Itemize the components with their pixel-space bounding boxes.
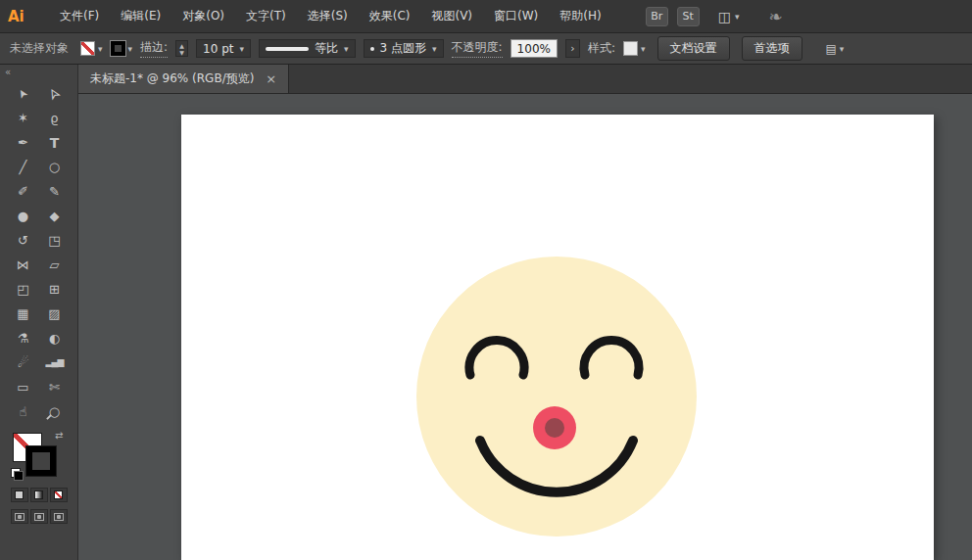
selection-tool[interactable]: ➤	[10, 81, 37, 106]
slice-tool[interactable]: ✄	[41, 375, 69, 399]
type-tool[interactable]: T	[41, 130, 69, 155]
pen-tool[interactable]: ✒	[10, 130, 37, 155]
opacity-label[interactable]: 不透明度:	[452, 39, 503, 58]
shape-builder-tool[interactable]: ◰	[10, 277, 37, 302]
color-mode-row	[11, 488, 68, 502]
shape-builder-icon: ◰	[17, 283, 28, 296]
mesh-tool[interactable]: ▦	[10, 302, 37, 326]
lasso-tool[interactable]: ϱ	[41, 106, 69, 130]
smiley-drawing	[181, 115, 934, 560]
stroke-color-picker[interactable]: ▾	[111, 41, 133, 56]
opacity-panel-arrow[interactable]: ›	[565, 39, 580, 58]
color-button[interactable]	[11, 488, 28, 502]
artboard-tool[interactable]: ▭	[10, 375, 37, 399]
hand-tool[interactable]: ☝	[10, 399, 37, 424]
blob-brush-tool[interactable]: ●	[10, 204, 37, 228]
tools-panel-header: «	[0, 65, 77, 79]
chevron-down-icon: ▾	[432, 44, 437, 54]
swap-fill-stroke-icon[interactable]: ⇄	[55, 430, 63, 441]
eyedropper-tool[interactable]: ⚗	[10, 326, 37, 350]
blob-brush-icon: ●	[18, 210, 28, 222]
perspective-grid-tool[interactable]: ⊞	[41, 277, 69, 302]
menu-type[interactable]: 文字(T)	[235, 0, 297, 32]
rotate-tool[interactable]: ↺	[10, 228, 37, 253]
menu-effect[interactable]: 效果(C)	[359, 0, 421, 32]
panel-icon: ▤	[826, 42, 837, 56]
draw-behind-button[interactable]	[30, 509, 48, 524]
magic-wand-tool[interactable]: ✶	[10, 106, 37, 130]
menu-file[interactable]: 文件(F)	[49, 0, 110, 32]
brush-definition-dropdown[interactable]: 3 点圆形 ▾	[364, 39, 444, 58]
mesh-icon: ▦	[17, 307, 28, 320]
menu-select[interactable]: 选择(S)	[297, 0, 359, 32]
draw-inside-icon	[54, 513, 64, 521]
column-graph-tool[interactable]: ▂▄▆	[41, 350, 69, 375]
draw-normal-button[interactable]	[11, 509, 28, 524]
stroke-profile-dropdown[interactable]: 等比 ▾	[259, 39, 356, 58]
free-transform-tool[interactable]: ▱	[41, 253, 69, 277]
stock-button[interactable]: St	[677, 7, 700, 26]
direct-selection-tool[interactable]: ➤	[41, 81, 69, 106]
canvas-area[interactable]: 未标题-1* @ 96% (RGB/预览) ×	[78, 65, 972, 560]
gradient-button[interactable]	[30, 488, 48, 502]
preferences-button[interactable]: 首选项	[742, 36, 802, 61]
width-tool[interactable]: ⋈	[10, 253, 37, 277]
zoom-tool[interactable]: ○	[41, 399, 69, 424]
slice-icon: ✄	[49, 381, 60, 394]
stroke-indicator[interactable]	[26, 446, 56, 476]
none-button[interactable]	[50, 488, 68, 502]
tools-panel: « ➤ ➤ ✶ ϱ ✒ T ╱ ○ ✐ ✎ ● ◆ ↺ ◳ ⋈ ▱ ◰ ⊞	[0, 65, 78, 560]
decorative-flourish-icon: ❧	[768, 7, 782, 26]
eraser-icon: ◆	[50, 210, 60, 222]
pencil-tool[interactable]: ✎	[41, 179, 69, 204]
scale-icon: ◳	[48, 234, 60, 247]
default-fill-stroke-icon[interactable]	[11, 468, 24, 481]
blend-tool[interactable]: ◐	[41, 326, 69, 350]
selection-arrow-icon: ➤	[16, 86, 30, 101]
gradient-tool[interactable]: ▨	[41, 302, 69, 326]
eraser-tool[interactable]: ◆	[41, 204, 69, 228]
menu-window[interactable]: 窗口(W)	[483, 0, 549, 32]
artboard[interactable]	[181, 115, 934, 560]
stroke-weight-label[interactable]: 描边:	[140, 39, 168, 58]
smiley-nose-inner[interactable]	[545, 418, 564, 438]
perspective-grid-icon: ⊞	[49, 283, 60, 296]
fill-none-swatch-icon	[80, 41, 95, 56]
brush-definition-value: 3 点圆形	[380, 40, 426, 57]
menu-help[interactable]: 帮助(H)	[549, 0, 611, 32]
workspace-switcher[interactable]: ◫ ▾	[718, 9, 740, 24]
ellipse-icon: ○	[49, 161, 60, 173]
workspace-layout-icon: ◫	[718, 9, 731, 24]
draw-inside-button[interactable]	[50, 509, 68, 524]
menu-object[interactable]: 对象(O)	[171, 0, 235, 32]
opacity-value: 100%	[517, 42, 551, 56]
menu-view[interactable]: 视图(V)	[420, 0, 483, 32]
collapse-panel-icon[interactable]: «	[5, 67, 11, 77]
lasso-icon: ϱ	[50, 112, 58, 124]
chevron-down-icon: ▾	[641, 44, 646, 54]
opacity-field[interactable]: 100%	[510, 39, 558, 58]
ellipse-tool[interactable]: ○	[41, 155, 69, 179]
tools-grid: ➤ ➤ ✶ ϱ ✒ T ╱ ○ ✐ ✎ ● ◆ ↺ ◳ ⋈ ▱ ◰ ⊞ ▦ ▨	[10, 81, 69, 424]
eyedropper-icon: ⚗	[18, 332, 29, 345]
menu-edit[interactable]: 编辑(E)	[110, 0, 171, 32]
document-tab[interactable]: 未标题-1* @ 96% (RGB/预览) ×	[78, 65, 289, 93]
stroke-weight-stepper[interactable]: ▲▼	[175, 40, 188, 57]
symbol-sprayer-tool[interactable]: ☄	[10, 350, 37, 375]
paintbrush-tool[interactable]: ✐	[10, 179, 37, 204]
bridge-button[interactable]: Br	[646, 7, 668, 26]
app-logo: Ai	[8, 8, 37, 25]
draw-normal-icon	[15, 513, 24, 521]
line-segment-tool[interactable]: ╱	[10, 155, 37, 179]
document-setup-button[interactable]: 文档设置	[657, 36, 730, 61]
tab-title: 未标题-1* @ 96% (RGB/预览)	[90, 70, 254, 87]
style-dropdown[interactable]: ▾	[623, 41, 646, 56]
width-tool-icon: ⋈	[17, 258, 29, 271]
close-icon[interactable]: ×	[266, 72, 276, 85]
scale-tool[interactable]: ◳	[41, 228, 69, 253]
control-panel-menu[interactable]: ▤ ▾	[826, 42, 845, 56]
fill-color-picker[interactable]: ▾	[80, 41, 103, 56]
stroke-weight-field[interactable]: 10 pt ▾	[196, 39, 251, 58]
hand-icon: ☝	[20, 405, 27, 418]
main-menu: 文件(F) 编辑(E) 对象(O) 文字(T) 选择(S) 效果(C) 视图(V…	[49, 0, 612, 32]
